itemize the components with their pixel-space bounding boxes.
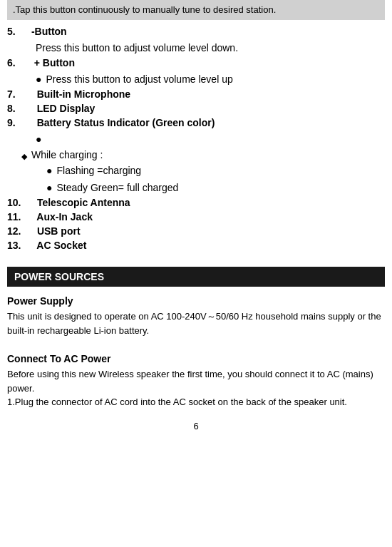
list-item-8: 8. LED Display <box>7 103 385 114</box>
item-7-number: 7. <box>7 88 29 100</box>
list-item-7: 7. Built-in Microphone <box>7 88 385 100</box>
item-6-sub-1: ● Press this button to adjust volume lev… <box>36 71 385 87</box>
power-supply-text: This unit is designed to operate on AC 1… <box>7 310 385 337</box>
item-5-label: -Button <box>29 26 67 37</box>
item-10-label: Telescopic Antenna <box>34 197 130 208</box>
item-11-label: Aux-In Jack <box>34 211 93 223</box>
item-9-number: 9. <box>7 117 29 128</box>
list-item-11: 11. Aux-In Jack <box>7 211 385 223</box>
item-9-label: Battery Status Indicator (Green color) <box>29 117 215 128</box>
item-6-sub-text: Press this button to adjust volume level… <box>46 71 232 87</box>
flashing-bullet: ● <box>46 163 52 178</box>
item-10-number: 10. <box>7 197 34 208</box>
item-13-number: 13. <box>7 240 34 251</box>
steady-bullet: ● <box>46 180 52 195</box>
item-7-label: Built-in Microphone <box>29 88 130 100</box>
item-5-sub-1: Press this button to adjust volume level… <box>36 40 385 56</box>
list-item-10: 10. Telescopic Antenna <box>7 197 385 208</box>
page-container: .Tap this button continuously to manuall… <box>0 0 392 446</box>
item-6-number: 6. <box>7 57 29 68</box>
item-5-number: 5. <box>7 26 29 37</box>
while-charging-row: ◆ While charging : <box>21 149 385 161</box>
list-item-5: 5. -Button <box>7 26 385 37</box>
highlighted-text: .Tap this button continuously to manuall… <box>13 4 276 15</box>
item-8-number: 8. <box>7 103 29 114</box>
steady-text: Steady Green= full charged <box>56 180 178 195</box>
item-13-label: AC Socket <box>34 240 86 251</box>
power-supply-title: Power Supply <box>7 295 385 307</box>
item-9-bullet: ● <box>36 131 41 147</box>
flashing-charging: ● Flashing =charging <box>46 163 385 178</box>
connect-ac-text: Before using this new Wireless speaker t… <box>7 367 385 409</box>
page-number: 6 <box>7 421 385 431</box>
list-item-9: 9. Battery Status Indicator (Green color… <box>7 117 385 128</box>
list-item-12: 12. USB port <box>7 225 385 237</box>
steady-green: ● Steady Green= full charged <box>46 180 385 195</box>
diamond-bullet: ◆ <box>21 152 27 161</box>
power-sources-header: POWER SOURCES <box>7 267 385 287</box>
item-5-sub-text: Press this button to adjust volume level… <box>36 40 238 56</box>
item-9-sub-1: ● <box>36 131 385 147</box>
item-6-bullet: ● <box>36 71 41 87</box>
item-12-number: 12. <box>7 225 34 237</box>
flashing-text: Flashing =charging <box>56 163 141 178</box>
item-11-number: 11. <box>7 211 34 223</box>
connect-ac-title: Connect To AC Power <box>7 353 385 364</box>
item-6-label: + Button <box>29 57 75 68</box>
power-sources-text: POWER SOURCES <box>14 271 104 282</box>
while-charging-label: While charging : <box>31 149 103 160</box>
list-item-13: 13. AC Socket <box>7 240 385 251</box>
highlighted-row: .Tap this button continuously to manuall… <box>7 0 385 20</box>
list-item-6: 6. + Button <box>7 57 385 68</box>
item-12-label: USB port <box>34 225 81 237</box>
item-8-label: LED Display <box>29 103 95 114</box>
